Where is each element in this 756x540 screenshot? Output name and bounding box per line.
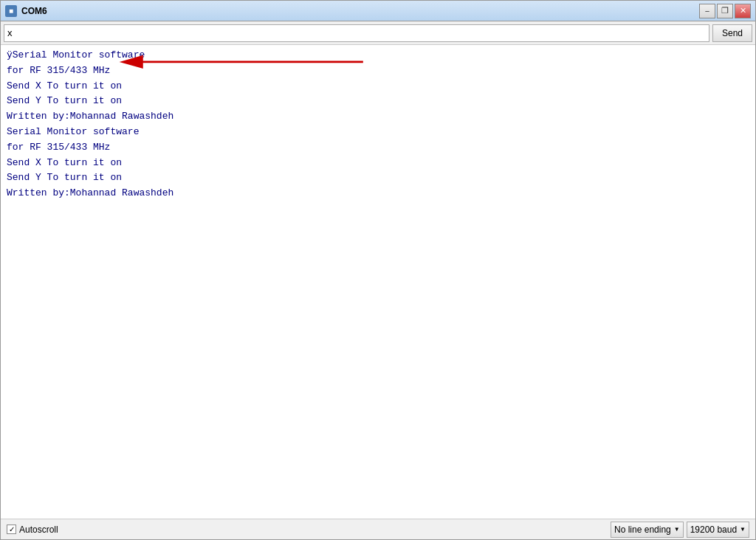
input-bar: Send: [1, 21, 755, 45]
window-title: COM6: [21, 6, 47, 16]
restore-button[interactable]: ❐: [717, 4, 733, 18]
dropdowns: No line ending ▼ 19200 baud ▼: [611, 522, 749, 538]
line-ending-arrow-icon: ▼: [674, 526, 680, 533]
main-window: ■ COM6 − ❐ ✕ Send ÿSerial Monitor softwa…: [0, 0, 756, 540]
title-buttons: − ❐ ✕: [699, 4, 751, 18]
baud-rate-arrow-icon: ▼: [740, 526, 746, 533]
send-button[interactable]: Send: [712, 24, 752, 42]
line-ending-dropdown[interactable]: No line ending ▼: [611, 522, 684, 538]
autoscroll-label: Autoscroll: [19, 525, 58, 535]
autoscroll-area: Autoscroll: [7, 525, 58, 535]
monitor-text: ÿSerial Monitor software for RF 315/433 …: [7, 48, 749, 201]
close-button[interactable]: ✕: [735, 4, 751, 18]
baud-rate-dropdown[interactable]: 19200 baud ▼: [687, 522, 749, 538]
title-bar-left: ■ COM6: [5, 5, 47, 17]
serial-input[interactable]: [4, 24, 709, 42]
title-bar: ■ COM6 − ❐ ✕: [1, 1, 755, 21]
monitor-area[interactable]: ÿSerial Monitor software for RF 315/433 …: [1, 45, 755, 519]
minimize-button[interactable]: −: [699, 4, 715, 18]
autoscroll-checkbox[interactable]: [7, 525, 16, 534]
status-bar: Autoscroll No line ending ▼ 19200 baud ▼: [1, 519, 755, 539]
window-icon: ■: [5, 5, 17, 17]
baud-rate-label: 19200 baud: [690, 525, 737, 535]
line-ending-label: No line ending: [614, 525, 671, 535]
